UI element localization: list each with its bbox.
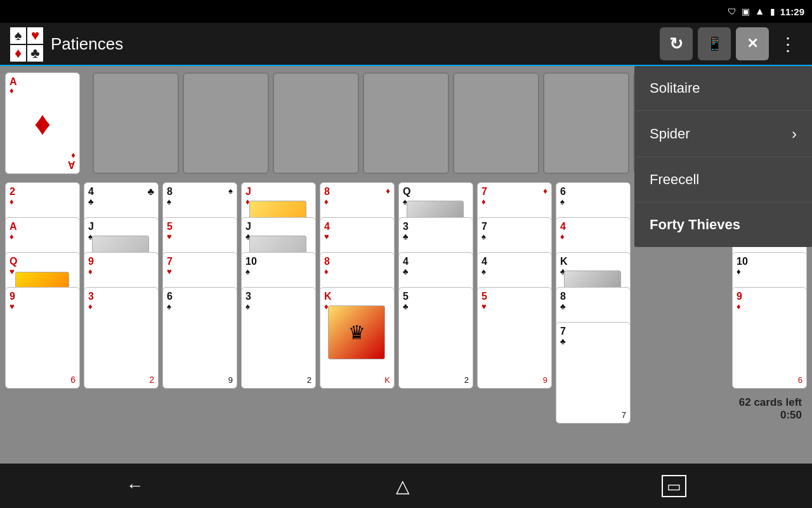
status-time: 11:29 (780, 6, 804, 17)
battery-icon: ▮ (770, 6, 775, 17)
logo-heart: ♥ (27, 27, 43, 44)
bottom-status: 62 cards left 0:50 (739, 396, 802, 422)
tableau-col-5-placeholder (363, 72, 449, 174)
phone-button[interactable]: 📱 (698, 27, 731, 60)
logo-diamond: ♦ (10, 45, 26, 62)
tableau-bottom-col-4[interactable]: J ♦ 👸 J ♣ 🃏 10 ♠ 3 ♠ 2 (241, 182, 316, 457)
refresh-button[interactable]: ↻ (660, 27, 693, 60)
tableau-bottom-col-6[interactable]: Q ♠ 👑 3 ♣ 4 ♣ 5 ♣ 2 (398, 182, 473, 457)
top-bar: ♠ ♥ ♦ ♣ Patiences ↻ 📱 ✕ ⋮ (0, 23, 812, 66)
logo-club: ♣ (27, 45, 43, 62)
refresh-icon: ↻ (669, 34, 683, 54)
screenshot-icon: ▣ (742, 6, 750, 17)
menu-item-forty-thieves[interactable]: Forty Thieves (634, 203, 812, 247)
back-button[interactable]: ← (114, 469, 157, 502)
phone-icon: 📱 (706, 36, 723, 52)
menu-item-freecell[interactable]: Freecell (634, 157, 812, 203)
app-title: Patiences (51, 34, 660, 54)
cards-left: 62 cards left (739, 396, 802, 409)
tableau-col-2-placeholder (93, 72, 179, 174)
wifi-icon: ▲ (755, 6, 765, 17)
tableau-col-4-placeholder (273, 72, 359, 174)
close-icon: ✕ (747, 36, 758, 52)
tableau-bottom-col-7[interactable]: 7 ♦ ♦ 7 ♠ 4 ♠ 5 ♥ 9 (477, 182, 552, 457)
tableau-col-6-placeholder (453, 72, 539, 174)
status-bar: 🛡 ▣ ▲ ▮ 11:29 (0, 0, 812, 23)
menu-item-spider[interactable]: Spider › (634, 111, 812, 157)
tableau-bottom-col-2[interactable]: 4 ♣ ♣ J ♠ 🃏 9 ♦ 3 ♦ 2 (84, 182, 159, 457)
game-time: 0:50 (739, 409, 802, 422)
more-icon: ⋮ (779, 34, 797, 54)
tableau-bottom-col-8[interactable]: 6 ♠ 4 ♦ K ♣ ♚ 8 ♣ 7 ♣ 7 (556, 182, 631, 457)
tableau-bottom-col-1[interactable]: 2 ♦ A ♦ Q ♥ 👑 9 ♥ 6 (5, 182, 80, 457)
more-button[interactable]: ⋮ (774, 29, 802, 60)
tableau-col-1[interactable]: A ♦ ♦ A ♦ (5, 72, 89, 177)
tableau-col-3-placeholder (183, 72, 269, 174)
tableau-bottom-col-3[interactable]: 8 ♠ ♠ 5 ♥ 7 ♥ 6 ♠ 9 (162, 182, 237, 457)
recent-button[interactable]: ▭ (649, 469, 699, 502)
app-logo: ♠ ♥ ♦ ♣ (10, 27, 43, 60)
nav-bar: ← △ ▭ (0, 464, 812, 508)
spider-arrow: › (792, 125, 797, 143)
back-icon: ← (126, 476, 144, 495)
close-button[interactable]: ✕ (736, 27, 769, 60)
dropdown-menu[interactable]: Solitaire Spider › Freecell Forty Thieve… (634, 66, 812, 247)
tableau-bottom-col-5[interactable]: 8 ♦ ♦ 4 ♥ 8 ♦ K ♦ ♛ K (320, 182, 395, 457)
toolbar-actions: ↻ 📱 ✕ ⋮ (660, 27, 802, 60)
logo-spade: ♠ (10, 27, 26, 44)
home-button[interactable]: △ (383, 469, 422, 503)
recent-icon: ▭ (662, 475, 686, 497)
home-icon: △ (396, 476, 410, 496)
shield-icon: 🛡 (728, 6, 737, 17)
menu-item-solitaire[interactable]: Solitaire (634, 66, 812, 111)
tableau-col-7-placeholder (543, 72, 629, 174)
